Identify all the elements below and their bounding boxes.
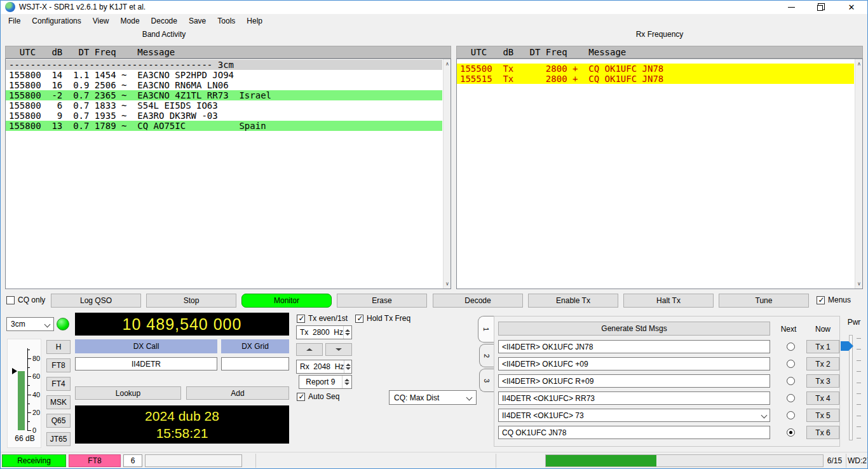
scroll-down-icon[interactable]: ∨: [444, 279, 451, 289]
rx-frequency-title: Rx Frequency: [456, 30, 863, 39]
menu-file[interactable]: File: [3, 14, 26, 28]
rx-frequency-row[interactable]: 155515 Tx 2800 + CQ OK1UFC JN78: [457, 74, 854, 84]
lookup-button[interactable]: Lookup: [75, 386, 181, 400]
now-button-tx5[interactable]: Tx 5: [806, 409, 839, 422]
tx-freq-spinner[interactable]: Tx 2800 Hz: [296, 325, 352, 339]
menu-view[interactable]: View: [87, 14, 115, 28]
spinner-arrows-icon[interactable]: [344, 360, 351, 373]
cq-only-checkbox[interactable]: CQ only: [6, 296, 45, 304]
log-qso-button[interactable]: Log QSO: [51, 294, 141, 308]
checkbox-box[interactable]: [297, 315, 305, 323]
menu-mode[interactable]: Mode: [115, 14, 146, 28]
band-activity-row[interactable]: -------------------------------------- 3…: [6, 60, 442, 70]
band-activity-row[interactable]: 155800 9 0.7 1935 ~ EA3RO DK3RW -03: [6, 111, 442, 121]
band-activity-row[interactable]: 155800 13 0.7 1789 ~ CQ AO75IC Spain: [6, 121, 442, 131]
meter-tick: [27, 350, 30, 350]
menus-checkbox[interactable]: Menus: [817, 296, 851, 304]
signal-meter: 66 dB 806040200: [7, 339, 41, 448]
checkbox-box[interactable]: [6, 296, 15, 304]
spinner-arrows-icon[interactable]: [343, 326, 351, 339]
checkbox-box[interactable]: [297, 393, 305, 401]
now-button-tx1[interactable]: Tx 1: [806, 340, 839, 353]
restore-button[interactable]: [806, 0, 836, 14]
band-activity-column-header: UTC dB DT Freq Message: [5, 46, 451, 58]
mode-button-q65[interactable]: Q65: [46, 414, 71, 428]
next-radio-4[interactable]: [787, 394, 795, 402]
cq-combo-value: CQ: Max Dist: [394, 393, 439, 402]
tx-even-checkbox[interactable]: Tx even/1st: [297, 314, 348, 323]
decode-button[interactable]: Decode: [433, 294, 523, 308]
pwr-tick: [857, 349, 861, 350]
close-button[interactable]: ✕: [837, 0, 866, 14]
freq-up-button[interactable]: [296, 343, 323, 356]
halt-tx-button[interactable]: Halt Tx: [623, 294, 714, 308]
menu-decode[interactable]: Decode: [146, 14, 183, 28]
tx-message-field-2[interactable]: <II4DETR> OK1UFC +09: [498, 357, 770, 370]
rig-status-indicator[interactable]: [57, 318, 69, 330]
tx-tab-1[interactable]: 1: [478, 316, 494, 343]
pwr-slider-track[interactable]: [849, 335, 853, 440]
next-radio-2[interactable]: [787, 360, 795, 368]
tx-tab-3[interactable]: 3: [479, 369, 494, 392]
cq-max-dist-combo[interactable]: CQ: Max Dist: [389, 390, 477, 405]
next-radio-5[interactable]: [787, 411, 795, 419]
rx-frequency-row[interactable]: 155500 Tx 2800 + CQ OK1UFC JN78: [457, 64, 854, 74]
report-spinner[interactable]: Report 9: [299, 375, 352, 389]
rx-freq-spinner[interactable]: Rx 2048 Hz: [296, 360, 352, 374]
band-activity-row[interactable]: 155800 -2 0.7 2365 ~ EA3CNO 4Z1TL RR73 I…: [6, 90, 442, 100]
mode-button-h[interactable]: H: [46, 340, 71, 354]
pwr-label: Pwr: [843, 318, 865, 327]
tx-tab-2[interactable]: 2: [479, 344, 494, 367]
mode-button-ft8[interactable]: FT8: [46, 358, 71, 372]
menu-help[interactable]: Help: [241, 14, 268, 28]
next-radio-1[interactable]: [787, 343, 795, 351]
band-activity-row[interactable]: 155800 6 0.7 1833 ~ S54L EI5DS IO63: [6, 100, 442, 111]
now-button-tx6[interactable]: Tx 6: [806, 426, 839, 439]
dx-grid-field[interactable]: [221, 357, 289, 370]
spinner-arrows-icon[interactable]: [342, 376, 351, 388]
tx-message-field-5[interactable]: II4DETR <OK1UFC> 73: [498, 409, 770, 422]
rx-frequency-scrollbar[interactable]: ∧ ∨: [855, 59, 862, 289]
band-activity-row[interactable]: 155800 16 0.9 2506 ~ EA3CNO RN6MA LN06: [6, 80, 442, 90]
hold-tx-freq-checkbox[interactable]: Hold Tx Freq: [355, 314, 410, 323]
band-activity-scrollbar[interactable]: ∧ ∨: [443, 59, 451, 289]
restore-icon: [817, 3, 825, 11]
erase-button[interactable]: Erase: [337, 294, 427, 308]
menu-configurations[interactable]: Configurations: [26, 14, 86, 28]
add-button[interactable]: Add: [186, 386, 289, 400]
menu-save[interactable]: Save: [183, 14, 212, 28]
tx-message-field-6[interactable]: CQ OK1UFC JN78: [498, 426, 770, 439]
mode-button-msk[interactable]: MSK: [46, 395, 71, 409]
now-button-tx2[interactable]: Tx 2: [806, 357, 839, 370]
monitor-button[interactable]: Monitor: [241, 294, 332, 308]
dx-call-field[interactable]: II4DETR: [75, 357, 217, 370]
scroll-up-icon[interactable]: ∧: [855, 59, 863, 69]
now-button-tx3[interactable]: Tx 3: [806, 374, 839, 388]
mode-button-ft4[interactable]: FT4: [46, 377, 71, 391]
menu-tools[interactable]: Tools: [212, 14, 241, 28]
enable-tx-button[interactable]: Enable Tx: [528, 294, 618, 308]
tx-message-field-1[interactable]: <II4DETR> OK1UFC JN78: [498, 340, 770, 353]
band-activity-row[interactable]: 155800 14 1.1 1454 ~ EA3CNO SP2HPD JO94: [6, 70, 442, 80]
next-radio-6[interactable]: [787, 428, 795, 437]
tx-message-field-4[interactable]: II4DETR <OK1UFC> RR73: [498, 391, 770, 405]
meter-tick: [27, 404, 30, 404]
meter-tick: [27, 367, 30, 368]
scroll-down-icon[interactable]: ∨: [855, 279, 863, 289]
checkbox-box[interactable]: [355, 315, 363, 323]
band-select-combo[interactable]: 3cm: [6, 317, 54, 331]
next-radio-3[interactable]: [787, 377, 795, 385]
auto-seq-checkbox[interactable]: Auto Seq: [297, 392, 339, 401]
now-button-tx4[interactable]: Tx 4: [806, 391, 839, 405]
mode-button-jt65[interactable]: JT65: [46, 432, 71, 446]
tx-message-field-3[interactable]: <II4DETR> OK1UFC R+09: [498, 374, 770, 388]
rx-frequency-list: 155500 Tx 2800 + CQ OK1UFC JN78155515 Tx…: [456, 58, 863, 289]
tx-message-row: <II4DETR> OK1UFC +09Tx 2: [494, 357, 841, 370]
generate-std-msgs-button[interactable]: Generate Std Msgs: [498, 322, 770, 336]
scroll-up-icon[interactable]: ∧: [444, 59, 451, 69]
freq-down-button[interactable]: [325, 343, 352, 356]
checkbox-box[interactable]: [817, 296, 825, 304]
minimize-button[interactable]: [776, 0, 806, 14]
tune-button[interactable]: Tune: [719, 294, 809, 308]
stop-button[interactable]: Stop: [146, 294, 236, 308]
